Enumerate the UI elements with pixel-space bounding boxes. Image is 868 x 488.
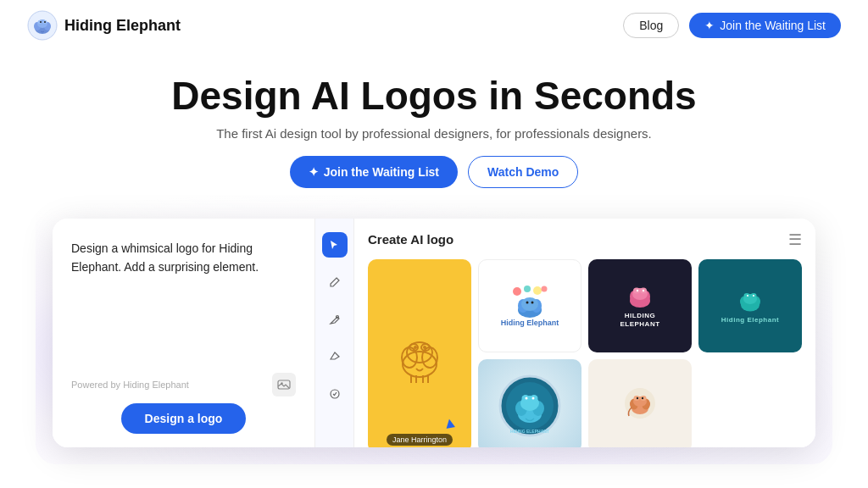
- hero-waiting-label: Join the Waiting List: [324, 165, 439, 179]
- svg-text:HIDING ELEPHANT: HIDING ELEPHANT: [510, 429, 549, 434]
- svg-point-59: [532, 396, 535, 399]
- svg-point-19: [423, 346, 426, 349]
- chat-panel: Design a whimsical logo for Hiding Eleph…: [53, 219, 315, 447]
- pencil-tool[interactable]: [322, 269, 348, 295]
- toolbar-panel: [315, 219, 354, 447]
- chat-footer: Powered by Hiding Elephant: [71, 373, 296, 396]
- svg-point-32: [526, 301, 529, 303]
- header: Hiding Elephant Blog ✦ Join the Waiting …: [0, 0, 868, 51]
- preview-card: Design a whimsical logo for Hiding Eleph…: [53, 219, 815, 447]
- logo-cell-cream: [588, 359, 692, 447]
- svg-point-49: [753, 294, 754, 296]
- logo-icon: [27, 10, 58, 41]
- svg-point-25: [524, 286, 531, 292]
- elephant-outline-svg: [386, 322, 453, 390]
- cursor-tool[interactable]: [322, 232, 348, 258]
- hero-title: Design AI Logos in Seconds: [17, 75, 851, 118]
- svg-point-68: [637, 397, 638, 399]
- logo-cell-dark: HILDINGELEPHANT: [588, 259, 692, 352]
- watch-demo-button[interactable]: Watch Demo: [468, 156, 578, 188]
- svg-point-48: [747, 294, 748, 296]
- svg-point-18: [414, 346, 417, 349]
- hero-subtitle: The first Ai design tool by professional…: [17, 126, 851, 141]
- svg-point-58: [526, 396, 528, 399]
- nav-waiting-list-label: Join the Waiting List: [720, 19, 826, 32]
- logo-cell-teal: Hiding Elephant: [698, 259, 802, 352]
- nav-waiting-list-button[interactable]: ✦ Join the Waiting List: [689, 13, 841, 38]
- svg-point-27: [542, 286, 548, 291]
- hilding-elephant-label: HILDINGELEPHANT: [620, 312, 659, 330]
- design-logo-button[interactable]: Design a logo: [121, 403, 247, 434]
- logo-grid-panel: Create AI logo ☰: [354, 219, 815, 447]
- hiding-elephant-teal-label: Hiding Elephant: [721, 316, 779, 324]
- waiting-list-icon: ✦: [704, 19, 715, 32]
- powered-by-label: Powered by Hiding Elephant: [71, 380, 189, 390]
- cream-elephant-svg: [619, 386, 661, 424]
- flowers-elephant-svg: [509, 285, 551, 319]
- logo-grid-header: Create AI logo ☰: [368, 230, 802, 249]
- hero-waiting-icon: ✦: [309, 165, 319, 179]
- chat-text: Design a whimsical logo for Hiding Eleph…: [71, 239, 296, 277]
- hero-waiting-list-button[interactable]: ✦ Join the Waiting List: [290, 156, 458, 188]
- hero-section: Design AI Logos in Seconds The first Ai …: [0, 51, 868, 202]
- preview-section: Design a whimsical logo for Hiding Eleph…: [53, 202, 815, 447]
- jane-label: Jane Harrington: [387, 434, 453, 446]
- blog-button[interactable]: Blog: [623, 13, 679, 38]
- svg-point-24: [513, 287, 521, 296]
- nav-right: Blog ✦ Join the Waiting List: [623, 13, 841, 38]
- logo-cell-flowers: Hiding Elephant: [478, 259, 581, 352]
- logo-grid: ▲ Jane Harrington: [368, 259, 802, 447]
- hero-buttons: ✦ Join the Waiting List Watch Demo: [17, 156, 851, 188]
- logo-cell-badge: HIDING ELEPHANT: [478, 359, 581, 447]
- svg-point-40: [637, 290, 638, 291]
- eraser-tool[interactable]: [322, 344, 348, 369]
- svg-point-33: [531, 301, 534, 303]
- pen-tool[interactable]: [322, 307, 348, 332]
- hiding-elephant-flowers-label: Hiding Elephant: [501, 319, 559, 327]
- teal-elephant-svg: [734, 288, 766, 313]
- dark-elephant-svg: [623, 282, 657, 309]
- cursor-arrow: ▲: [441, 413, 459, 433]
- shape-tool[interactable]: [322, 381, 348, 407]
- logo-cell-yellow: ▲ Jane Harrington: [368, 259, 471, 447]
- badge-elephant-svg: HIDING ELEPHANT: [496, 372, 564, 440]
- logo-area: Hiding Elephant: [27, 10, 181, 41]
- svg-point-41: [643, 290, 644, 291]
- svg-point-7: [40, 21, 42, 23]
- logo-title: Hiding Elephant: [64, 17, 181, 35]
- svg-point-31: [521, 297, 538, 311]
- svg-point-69: [642, 397, 643, 399]
- svg-point-8: [44, 21, 46, 23]
- logo-grid-title: Create AI logo: [368, 232, 453, 247]
- menu-icon[interactable]: ☰: [788, 230, 802, 249]
- svg-point-26: [533, 286, 542, 295]
- image-upload-icon[interactable]: [272, 373, 296, 396]
